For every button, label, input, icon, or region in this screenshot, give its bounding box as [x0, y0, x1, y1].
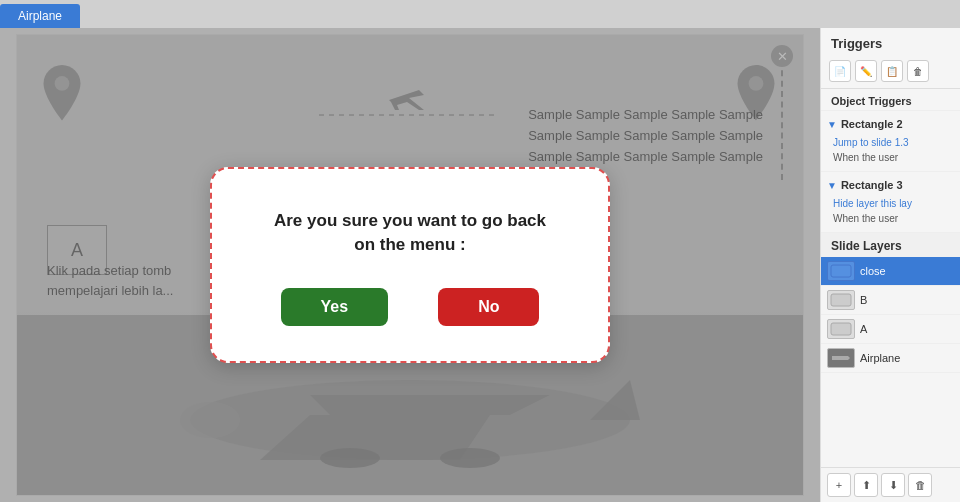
- yes-button[interactable]: Yes: [281, 288, 389, 326]
- layer-item-a[interactable]: A: [821, 315, 960, 344]
- right-panel: Triggers 📄 ✏️ 📋 🗑 Object Triggers ▼ Rect…: [820, 28, 960, 502]
- panel-toolbar: 📄 ✏️ 📋 🗑: [821, 56, 960, 89]
- layer-add-icon[interactable]: +: [827, 473, 851, 497]
- trigger-group-rectangle2: ▼ Rectangle 2 Jump to slide 1.3 When the…: [821, 111, 960, 172]
- edit-trigger-icon[interactable]: ✏️: [855, 60, 877, 82]
- layer-thumb-a: [827, 319, 855, 339]
- svg-marker-14: [832, 356, 850, 360]
- slide-layers-title: Slide Layers: [821, 233, 960, 257]
- dialog-box: Are you sure you want to go back on the …: [210, 167, 610, 364]
- triggers-title: Triggers: [821, 28, 960, 56]
- rectangle3-label: Rectangle 3: [841, 179, 903, 191]
- layer-label-a: A: [860, 323, 867, 335]
- rectangle2-header: ▼ Rectangle 2: [821, 115, 960, 133]
- layer-label-airplane: Airplane: [860, 352, 900, 364]
- svg-rect-11: [831, 294, 851, 306]
- dialog-overlay: Are you sure you want to go back on the …: [17, 35, 803, 495]
- arrow-icon-2: ▼: [827, 180, 837, 191]
- layer-item-close[interactable]: close: [821, 257, 960, 286]
- layer-thumb-b: [827, 290, 855, 310]
- layer-down-icon[interactable]: ⬇: [881, 473, 905, 497]
- arrow-icon: ▼: [827, 119, 837, 130]
- slide-container: Sample Sample Sample Sample Sample Sampl…: [16, 34, 804, 496]
- dialog-buttons: Yes No: [262, 288, 558, 326]
- layer-label-b: B: [860, 294, 867, 306]
- svg-rect-12: [831, 323, 851, 335]
- rectangle2-label: Rectangle 2: [841, 118, 903, 130]
- rectangle2-trigger-action[interactable]: Jump to slide 1.3: [833, 137, 909, 148]
- rectangle2-trigger-when: When the user: [833, 152, 898, 163]
- rectangle3-header: ▼ Rectangle 3: [821, 176, 960, 194]
- tab-bar: Airplane: [0, 0, 960, 28]
- no-button[interactable]: No: [438, 288, 539, 326]
- svg-rect-10: [831, 265, 851, 277]
- layers-list: closeBAAirplane: [821, 257, 960, 373]
- delete-trigger-icon[interactable]: 🗑: [907, 60, 929, 82]
- trigger-group-rectangle3: ▼ Rectangle 3 Hide layer this lay When t…: [821, 172, 960, 233]
- layer-item-b[interactable]: B: [821, 286, 960, 315]
- layer-thumb-airplane: [827, 348, 855, 368]
- layer-delete-icon[interactable]: 🗑: [908, 473, 932, 497]
- rectangle3-trigger-action[interactable]: Hide layer this lay: [833, 198, 912, 209]
- panel-bottom-toolbar: + ⬆ ⬇ 🗑: [821, 467, 960, 502]
- new-trigger-icon[interactable]: 📄: [829, 60, 851, 82]
- active-tab[interactable]: Airplane: [0, 4, 80, 28]
- slide-background: Sample Sample Sample Sample Sample Sampl…: [17, 35, 803, 495]
- main-layout: Sample Sample Sample Sample Sample Sampl…: [0, 28, 960, 502]
- layer-thumb-close: [827, 261, 855, 281]
- copy-trigger-icon[interactable]: 📋: [881, 60, 903, 82]
- rectangle2-trigger-item: Jump to slide 1.3 When the user: [821, 133, 960, 167]
- canvas-area: Sample Sample Sample Sample Sample Sampl…: [0, 28, 820, 502]
- layer-item-airplane[interactable]: Airplane: [821, 344, 960, 373]
- layer-copy-icon[interactable]: ⬆: [854, 473, 878, 497]
- dialog-question: Are you sure you want to go back on the …: [262, 209, 558, 257]
- object-triggers-title: Object Triggers: [821, 89, 960, 111]
- layer-label-close: close: [860, 265, 886, 277]
- rectangle3-trigger-item: Hide layer this lay When the user: [821, 194, 960, 228]
- rectangle3-trigger-when: When the user: [833, 213, 898, 224]
